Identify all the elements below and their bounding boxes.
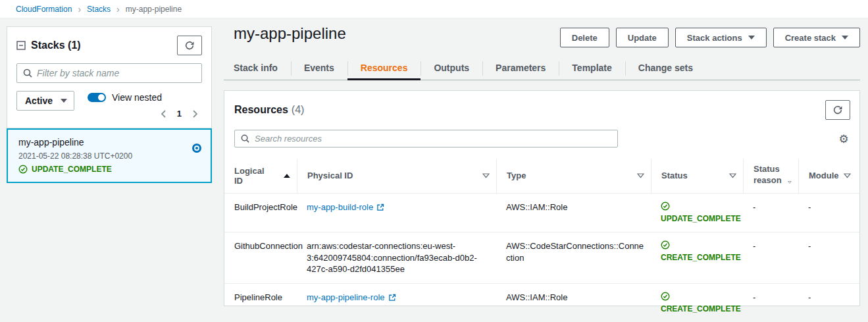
tab-change-sets[interactable]: Change sets [625,57,706,80]
view-nested-label: View nested [112,92,162,103]
physical-id-link[interactable]: my-app-build-role [307,202,384,212]
physical-id-link[interactable]: my-app-pipeline-role [307,292,396,302]
cell-status: UPDATE_COMPLETE [651,193,743,232]
stack-detail-tabs: Stack info Events Resources Outputs Para… [224,57,860,80]
column-header-status[interactable]: Status [651,159,743,193]
cell-logical-id: BuildProjectRole [224,193,297,232]
update-button[interactable]: Update [616,28,669,47]
tab-stack-info[interactable]: Stack info [234,57,291,80]
cell-module: - [798,232,859,283]
tab-outputs[interactable]: Outputs [421,57,482,80]
refresh-icon [184,40,195,51]
stack-action-buttons: Delete Update Stack actions Create stack [560,28,860,47]
previous-page-icon[interactable] [161,110,166,118]
cell-status: CREATE_COMPLETE [651,283,743,322]
column-header-type[interactable]: Type [496,159,651,193]
collapse-panel-icon[interactable] [16,41,26,50]
column-header-logical-id[interactable]: Logical ID [224,159,297,193]
tab-parameters[interactable]: Parameters [482,57,559,80]
resources-count: (4) [292,104,305,116]
refresh-icon [832,105,843,115]
external-link-icon [388,294,396,302]
stacks-sidebar: Stacks (1) Active [7,26,212,183]
stack-radio-selected[interactable] [192,144,201,153]
cell-type: AWS::IAM::Role [496,193,651,232]
status-success-icon [661,240,670,250]
view-nested-toggle[interactable] [88,93,106,102]
page-title: my-app-pipeline [234,24,346,43]
cell-logical-id: GithubConnection [224,232,297,283]
tab-template[interactable]: Template [559,57,625,80]
cloudformation-console-page: CloudFormation Stacks my-app-pipeline St… [0,0,868,322]
cell-physical-id: my-app-pipeline-role [297,283,496,322]
resources-table: Logical ID Physical ID Type Status Statu… [224,159,859,322]
column-header-module[interactable]: Module [798,159,859,193]
filter-icon[interactable] [637,173,644,178]
table-settings-gear-icon[interactable] [837,132,850,146]
breadcrumb-current-page: my-app-pipeline [126,5,182,14]
stack-status-filter-value: Active [25,95,53,106]
filter-icon[interactable] [482,173,490,178]
cell-status-reason: - [743,232,798,283]
cell-type: AWS::IAM::Role [496,283,651,322]
refresh-resources-button[interactable] [825,100,850,120]
stack-status-filter-dropdown[interactable]: Active [16,91,74,111]
cell-status-reason: - [743,283,798,322]
search-icon [240,134,250,144]
status-success-icon [661,201,670,211]
delete-button[interactable]: Delete [560,28,609,47]
caret-down-icon [842,36,848,40]
breadcrumb-separator-icon [116,5,120,14]
cell-status-reason: - [743,193,798,232]
caret-down-icon [61,99,67,103]
stacks-panel: Stacks (1) Active [7,26,212,128]
create-stack-dropdown-button[interactable]: Create stack [773,28,860,47]
cell-module: - [798,193,859,232]
tab-events[interactable]: Events [291,57,347,80]
breadcrumb-cloudformation-link[interactable]: CloudFormation [16,5,72,14]
filter-icon[interactable] [788,180,792,185]
status-success-icon [18,165,28,174]
stacks-panel-title: Stacks (1) [31,40,81,51]
stack-filter-input[interactable] [16,63,202,83]
column-header-physical-id[interactable]: Physical ID [297,159,496,193]
stack-actions-dropdown-button[interactable]: Stack actions [675,28,767,47]
status-success-icon [661,292,670,301]
cell-module: - [798,283,859,322]
stack-status: UPDATE_COMPLETE [18,165,201,174]
tab-resources[interactable]: Resources [347,57,421,80]
breadcrumb-separator-icon [78,5,81,14]
cell-physical-id: my-app-build-role [297,193,496,232]
current-page-number[interactable]: 1 [177,109,182,119]
column-header-status-reason[interactable]: Status reason [743,159,798,193]
cell-type: AWS::CodeStarConnections::Connection [496,232,651,283]
refresh-stacks-button[interactable] [177,36,202,55]
external-link-icon [376,203,384,211]
cell-physical-id: arn:aws:codestar-connections:eu-west-3:6… [297,232,496,283]
sort-ascending-icon [284,174,290,178]
resources-title: Resources [234,104,288,116]
search-icon [22,68,33,78]
next-page-icon[interactable] [192,110,198,118]
breadcrumb-stacks-link[interactable]: Stacks [87,5,111,14]
resources-search-input[interactable] [234,130,618,148]
filter-icon[interactable] [729,173,736,178]
resources-panel: Resources (4) Logical ID Physical ID [224,90,860,306]
stack-timestamp: 2021-05-22 08:28:38 UTC+0200 [18,151,201,161]
breadcrumb: CloudFormation Stacks my-app-pipeline [0,0,868,18]
caret-down-icon [748,36,755,40]
cell-status: CREATE_COMPLETE [651,232,743,283]
stacks-pagination: 1 [74,109,202,119]
stack-name: my-app-pipeline [18,137,201,148]
cell-logical-id: PipelineRole [224,283,297,322]
filter-icon[interactable] [844,173,851,178]
stack-list-item-selected[interactable]: my-app-pipeline 2021-05-22 08:28:38 UTC+… [7,128,212,183]
